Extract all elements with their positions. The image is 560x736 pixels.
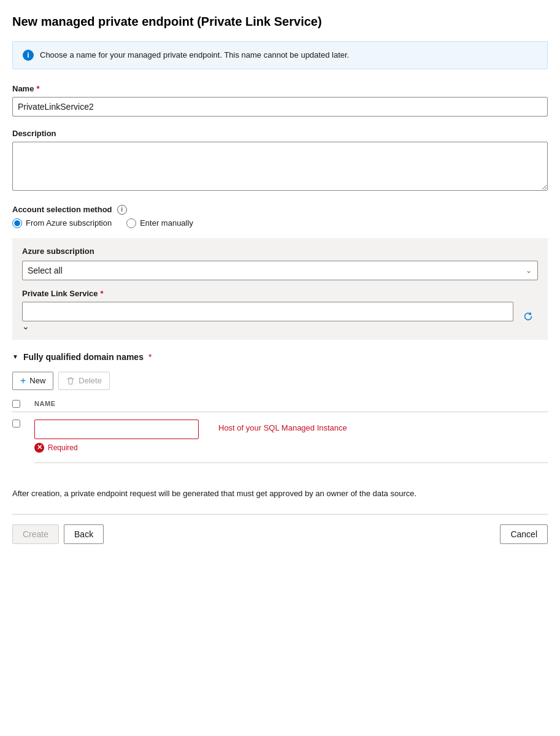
description-label: Description [12,129,548,138]
private-link-service-label: Private Link Service * [22,289,538,298]
description-field-group: Description [12,129,548,193]
radio-group: From Azure subscription Enter manually [12,218,548,228]
account-selection-info-icon[interactable]: i [117,205,127,215]
fqdn-required-star: * [148,352,152,362]
radio-from-subscription-label: From Azure subscription [26,218,112,228]
back-button[interactable]: Back [64,524,104,544]
account-selection-label: Account selection method i [12,205,548,215]
azure-subscription-select[interactable]: Select all [22,261,538,280]
fqdn-title: Fully qualified domain names [23,352,144,362]
error-text: Required [48,443,78,452]
azure-subscription-select-wrapper: Select all ⌄ [22,261,538,280]
fqdn-table: NAME ✕ Required Host of your SQL Managed… [12,400,548,463]
domain-input-row: ✕ Required Host of your SQL Managed Inst… [34,420,548,453]
select-all-checkbox[interactable] [12,400,20,408]
footer-left-buttons: Create Back [12,524,104,544]
new-button[interactable]: + New [12,372,53,390]
cancel-button[interactable]: Cancel [500,524,548,544]
info-icon: i [23,50,34,61]
collapse-arrow-icon: ▼ [12,353,18,360]
name-column-header: NAME [34,400,56,407]
row-checkbox[interactable] [12,420,20,427]
fqdn-collapsible-header[interactable]: ▼ Fully qualified domain names * [12,352,548,362]
radio-enter-manually-input[interactable] [126,218,136,228]
row-separator [34,462,548,463]
radio-from-subscription-input[interactable] [12,218,22,228]
private-link-row: ⌄ [22,302,538,331]
delete-button[interactable]: Delete [58,372,110,390]
trash-icon [66,377,75,385]
row-checkbox-cell [12,420,34,427]
private-link-chevron-icon: ⌄ [22,321,29,331]
error-icon: ✕ [34,443,44,453]
subscription-section: Azure subscription Select all ⌄ Private … [12,238,548,340]
description-input[interactable] [12,142,548,191]
hint-text: Host of your SQL Managed Instance [218,423,347,432]
info-banner: i Choose a name for your managed private… [12,41,548,69]
name-required-star: * [36,84,39,93]
table-header-row: NAME [12,400,548,412]
create-button[interactable]: Create [12,524,59,544]
private-link-select-wrapper: ⌄ [22,302,513,331]
radio-from-subscription[interactable]: From Azure subscription [12,218,112,228]
refresh-button[interactable] [518,307,538,326]
azure-subscription-label: Azure subscription [22,247,538,256]
name-label: Name * [12,84,548,93]
plus-icon: + [20,375,26,386]
domain-input-group: ✕ Required [34,420,199,453]
new-button-label: New [29,376,45,385]
footer-note: After creation, a private endpoint reque… [12,488,548,500]
account-selection-group: Account selection method i From Azure su… [12,205,548,340]
private-link-service-select[interactable] [22,302,513,321]
table-row: ✕ Required Host of your SQL Managed Inst… [12,415,548,458]
page-title: New managed private endpoint (Private Li… [12,15,548,29]
name-field-group: Name * [12,84,548,117]
footer-buttons: Create Back Cancel [12,514,548,544]
refresh-icon [523,311,534,322]
row-data-cell: ✕ Required Host of your SQL Managed Inst… [34,420,548,453]
table-header-checkbox-cell [12,400,34,408]
fqdn-toolbar: + New Delete [12,372,548,390]
info-banner-text: Choose a name for your managed private e… [40,49,349,61]
radio-enter-manually-label: Enter manually [140,218,193,228]
error-row: ✕ Required [34,443,199,453]
radio-enter-manually[interactable]: Enter manually [126,218,193,228]
private-link-service-section: Private Link Service * ⌄ [22,289,538,331]
private-link-required-star: * [101,289,104,298]
fqdn-section: ▼ Fully qualified domain names * + New D… [12,352,548,463]
delete-button-label: Delete [79,376,102,385]
name-input[interactable] [12,97,548,117]
domain-name-input[interactable] [34,420,199,439]
